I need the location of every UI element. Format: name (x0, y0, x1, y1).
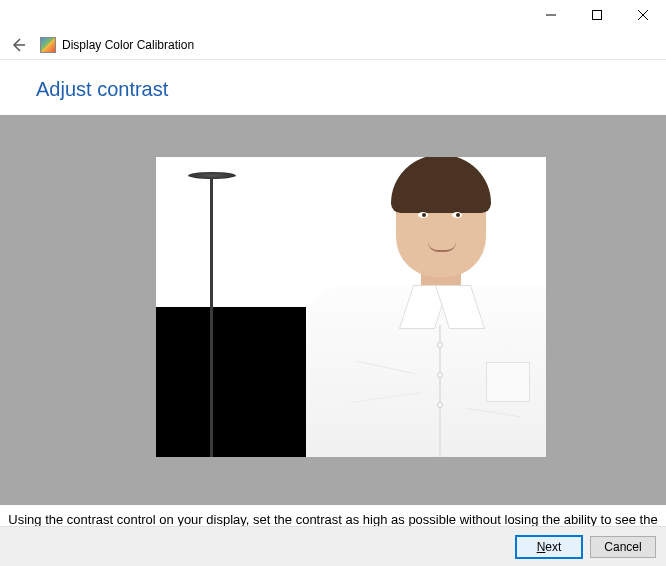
back-button[interactable] (6, 33, 30, 57)
page-heading: Adjust contrast (0, 60, 666, 115)
title-bar (0, 0, 666, 30)
maximize-button[interactable] (574, 0, 620, 30)
window-title: Display Color Calibration (62, 38, 194, 52)
cancel-button[interactable]: Cancel (590, 536, 656, 558)
svg-rect-1 (593, 11, 602, 20)
minimize-button[interactable] (528, 0, 574, 30)
next-label-rest: ext (545, 540, 561, 554)
next-button[interactable]: Next (516, 536, 582, 558)
app-icon (40, 37, 56, 53)
close-button[interactable] (620, 0, 666, 30)
footer-bar: Next Cancel (0, 526, 666, 566)
header-bar: Display Color Calibration (0, 30, 666, 60)
content-area (0, 115, 666, 505)
sample-image (156, 157, 546, 457)
